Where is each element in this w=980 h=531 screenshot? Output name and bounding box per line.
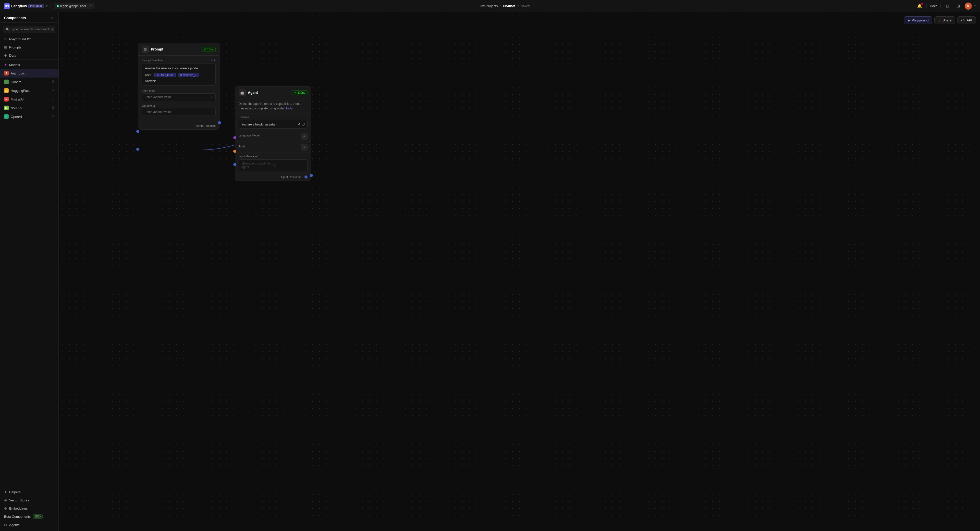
add-tools-button[interactable]: + [301,144,307,151]
sidebar-item-openai[interactable]: ⬡ OpenAI ⠿ [0,112,59,121]
variable2-port[interactable] [136,148,139,151]
sidebar-item-anthropic[interactable]: A Anthropic ⠿ [0,69,59,78]
sidebar-item-huggingface[interactable]: 🤗 HuggingFace ⠿ [0,86,59,95]
notification-button[interactable]: 🔔 [916,2,924,10]
openai-icon: ⬡ [4,114,9,119]
user-input-label: User_Input [142,89,216,92]
persona-input-box[interactable]: You are a helpful assistant ↺ ⓘ [239,120,307,128]
sidebar-item-embeddings[interactable]: ⊙ Embeddings › [0,504,59,512]
avatar-dropdown-icon[interactable]: ▾ [974,4,976,8]
search-icon: 🔍 [6,27,10,31]
user-input-field[interactable]: ⤢ [142,94,216,101]
breadcrumb-project[interactable]: My Projects [480,4,498,8]
model-label: MistralAI [11,97,24,101]
app-dropdown-icon[interactable]: ▾ [46,4,48,8]
drag-handle-icon[interactable]: ⠿ [52,89,54,92]
user-label: User: [145,73,152,77]
chevron-right-icon: › [53,507,54,510]
input-message-port[interactable] [233,163,236,166]
api-button[interactable]: </> API [957,16,976,24]
app-logo[interactable]: DS Langflow PREVIEW ▾ [4,3,48,9]
prompt-badge-time: 13ns [207,48,213,51]
drag-handle-icon[interactable]: ⠿ [52,80,54,84]
beta-components-row: Beta Components BETA [0,512,59,521]
drag-handle-icon[interactable]: ⠿ [52,115,54,118]
chevron-right-icon: › [53,490,54,493]
models-header[interactable]: ✦ Models ˅ [0,61,59,69]
model-left: C Cohere [4,79,22,84]
share-button[interactable]: ⇧ Share [934,16,955,24]
refresh-icon[interactable]: ↺ [298,122,300,127]
sidebar-item-prompts[interactable]: ⊞ Prompts › [0,43,59,51]
notification-dot [921,3,923,5]
info-icon[interactable]: ⓘ [302,122,305,127]
tools-port[interactable] [233,150,236,153]
nvidia-icon: ▶ [4,106,9,110]
playground-button[interactable]: ▶ Playground [904,16,932,24]
add-language-model-button[interactable]: + [301,133,307,139]
sidebar-item-agents[interactable]: ⊡ Agents › [0,521,59,529]
template-label-text: Prompt Template [142,59,163,62]
avatar[interactable]: R [965,3,972,10]
var-chip-user-input: ✕ User_Input [154,73,176,77]
drag-handle-icon[interactable]: ⠿ [52,106,54,110]
agent-node-title: Agent [248,90,258,95]
agent-response-footer-port[interactable] [304,176,307,179]
expand-icon[interactable]: ⤢ [210,110,213,114]
expand-icon[interactable]: ⤢ [210,95,213,99]
logo-icon: DS [4,3,10,9]
docs-button[interactable]: Docs [926,3,941,9]
model-left: A Anthropic [4,71,25,76]
canvas-area[interactable]: ▶ Playground ⇧ Share </> API [59,12,980,531]
breadcrumb-current[interactable]: Chatbot [503,4,515,8]
search-input[interactable] [11,27,49,31]
agent-badge-time: 130ns [298,91,305,94]
info-icon: ⓘ [273,163,305,168]
tools-row: Tools + [239,144,307,151]
account-status-dot [57,5,59,7]
models-section: ✦ Models ˅ A Anthropic ⠿ C Cohere ⠿ [0,59,59,122]
save-button[interactable]: ⊡ [943,2,951,10]
huggingface-icon: 🤗 [4,88,9,93]
input-message-field: Input Message * Message to send the agen… [235,152,311,173]
sidebar-item-data[interactable]: ⊗ Data › [0,51,59,59]
chevron-right-icon: › [53,38,54,41]
var-x-icon: ✕ [157,74,159,76]
prompts-icon: ⊞ [4,45,7,49]
playground-io-icon: ⇅ [4,37,7,41]
sidebar-item-nvidia[interactable]: ▶ NVIDIA ⠿ [0,103,59,112]
template-field-label: Prompt Template Edit [142,59,216,62]
sidebar-item-mistralai[interactable]: M MistralAI ⠿ [0,95,59,103]
model-label: NVIDIA [11,106,22,110]
sidebar-header: Components ⊞ [0,12,59,23]
sidebar-item-label: Data [9,54,16,57]
share-icon-button[interactable]: ⊞ [954,2,962,10]
edit-template-button[interactable]: Edit [211,59,216,62]
agent-node-badge: ✓ 130ns [292,90,307,95]
drag-handle-icon[interactable]: ⠿ [52,97,54,101]
language-model-port[interactable] [233,136,236,139]
sidebar-item-label: Playground I/O [9,37,32,41]
sidebar-item-vector-stores[interactable]: ⊕ Vector Stores › [0,496,59,504]
user-input-port[interactable] [136,130,139,133]
agent-response-port[interactable] [310,174,313,177]
sidebar-filter-button[interactable]: ⊞ [51,16,54,20]
variable2-input[interactable] [145,110,210,114]
tools-link[interactable]: tools [286,106,293,110]
chevron-right-icon: › [53,46,54,49]
persona-label-text: Persona [239,116,249,119]
sidebar-item-cohere[interactable]: C Cohere ⠿ [0,78,59,86]
prompt-template-output-port[interactable] [218,121,221,124]
drag-handle-icon[interactable]: ⠿ [52,71,54,75]
language-model-field: Language Model * + [235,131,311,141]
user-input[interactable] [145,95,210,99]
chatbot-dropdown-icon[interactable]: ▾ [517,4,519,8]
var-chip-variable2: ✕ Variable_2 [178,73,199,77]
sidebar-item-playground-io[interactable]: ⇅ Playground I/O › [0,35,59,43]
api-icon: </> [961,19,965,22]
search-box[interactable]: 🔍 / [3,26,56,33]
variable2-field[interactable]: ⤢ [142,108,216,116]
message-input-box[interactable]: Message to send the agent ⓘ [239,159,307,171]
sidebar-item-helpers[interactable]: ✦ Helpers › [0,488,59,496]
account-selector[interactable]: reggie@appbuilder... ▾ [54,3,94,9]
